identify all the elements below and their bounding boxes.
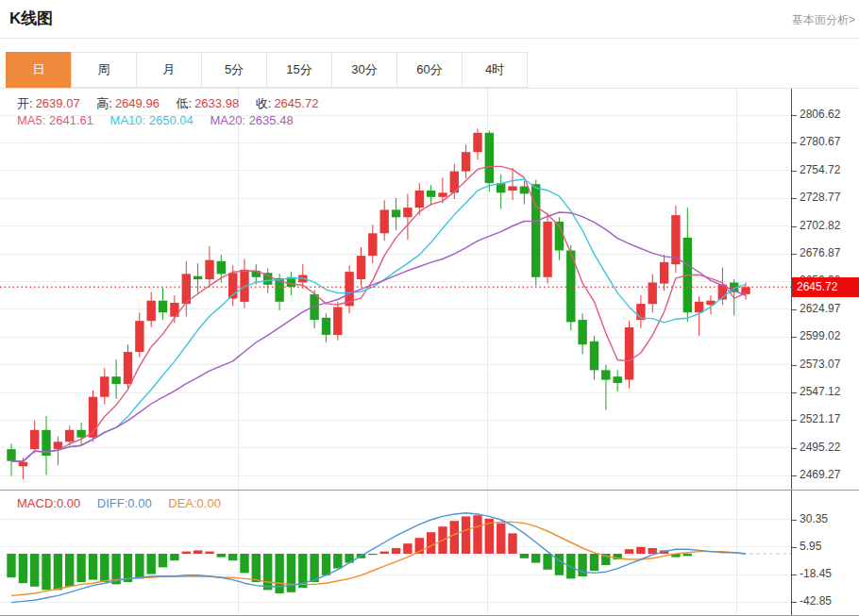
macd-tick-tick — [792, 547, 797, 548]
price-tick-label: 2547.12 — [800, 385, 840, 398]
current-price-badge: 2645.72 — [792, 277, 859, 297]
tab-4时[interactable]: 4时 — [462, 52, 528, 88]
price-tick-label: 2806.62 — [800, 108, 840, 121]
price-axis: 2806.622780.672754.722728.772702.822676.… — [791, 89, 859, 616]
macd-tick-label: 30.35 — [800, 512, 828, 525]
open-label: 开: — [17, 96, 33, 110]
price-tick-tick — [792, 365, 797, 366]
tab-60分[interactable]: 60分 — [396, 52, 463, 88]
macd-tick-label: 5.95 — [800, 540, 821, 553]
price-tick-label: 2495.22 — [800, 441, 840, 454]
candlestick-chart — [0, 89, 791, 490]
tab-周[interactable]: 周 — [71, 52, 137, 88]
interval-tabs: 日周月5分15分30分60分4时 — [6, 52, 528, 88]
price-tick-label: 2780.67 — [800, 135, 840, 148]
diff-value: 0.00 — [127, 496, 151, 510]
ma5-value: 2641.61 — [49, 113, 93, 127]
price-tick-label: 2573.07 — [800, 358, 840, 371]
ma20-label: MA20: — [210, 113, 245, 127]
dea-label: DEA: — [168, 496, 196, 510]
price-tick-label: 2754.72 — [800, 163, 840, 176]
macd-tick-tick — [792, 602, 797, 603]
ma10-label: MA10: — [110, 113, 146, 127]
ma20-value: 2635.48 — [249, 113, 294, 127]
price-tick-label: 2521.17 — [800, 412, 840, 425]
ma5-label: MA5: — [17, 113, 45, 127]
diff-label: DIFF: — [97, 496, 128, 510]
macd-value: 0.00 — [57, 496, 80, 510]
price-tick-tick — [792, 475, 797, 476]
tab-15分[interactable]: 15分 — [266, 52, 332, 88]
chart-area: 2806.622780.672754.722728.772702.822676.… — [0, 88, 859, 616]
macd-legend-row: MACD:0.00 DIFF:0.00 DEA:0.00 — [17, 496, 221, 510]
close-value: 2645.72 — [274, 96, 318, 110]
widget-header: K线图 基本面分析> — [0, 0, 859, 38]
price-tick-tick — [792, 448, 797, 449]
price-tick-tick — [792, 420, 797, 421]
close-label: 收: — [256, 96, 272, 110]
fundamental-analysis-link[interactable]: 基本面分析> — [792, 12, 855, 28]
price-tick-tick — [792, 337, 797, 338]
macd-tick-label: -42.85 — [800, 594, 832, 608]
header-divider — [0, 38, 859, 39]
dea-value: 0.00 — [197, 496, 221, 510]
price-tick-label: 2469.27 — [800, 468, 840, 481]
price-tick-tick — [792, 198, 797, 199]
price-tick-tick — [792, 226, 797, 227]
price-tick-label: 2599.02 — [800, 329, 840, 342]
price-tick-label: 2624.97 — [800, 302, 840, 315]
price-tick-label: 2702.82 — [800, 219, 840, 232]
price-tick-tick — [792, 254, 797, 255]
tab-30分[interactable]: 30分 — [331, 52, 397, 88]
price-tick-tick — [792, 392, 797, 393]
tab-日[interactable]: 日 — [6, 52, 72, 88]
ma-legend-row: MA5: 2641.61 MA10: 2650.04 MA20: 2635.48 — [17, 113, 307, 127]
price-tick-tick — [792, 309, 797, 310]
tab-月[interactable]: 月 — [136, 52, 202, 88]
page-title: K线图 — [9, 8, 53, 29]
high-value: 2649.96 — [115, 96, 160, 110]
macd-tick-tick — [792, 520, 797, 521]
price-tick-tick — [792, 171, 797, 172]
open-value: 2639.07 — [36, 96, 80, 110]
ohlc-row: 开:2639.07 高:2649.96 低:2633.98 收:2645.72 — [17, 95, 318, 112]
price-tick-label: 2676.87 — [800, 246, 840, 259]
low-value: 2633.98 — [194, 96, 239, 110]
low-label: 低: — [177, 96, 193, 110]
price-tick-tick — [792, 142, 797, 143]
macd-label: MACD: — [17, 496, 57, 510]
macd-tick-label: -18.45 — [800, 567, 832, 580]
price-tick-tick — [792, 115, 797, 116]
panel-separator — [0, 490, 859, 491]
ma10-value: 2650.04 — [149, 113, 194, 127]
tab-5分[interactable]: 5分 — [201, 52, 267, 88]
price-tick-label: 2728.77 — [800, 191, 840, 204]
high-label: 高: — [96, 96, 112, 110]
macd-tick-tick — [792, 574, 797, 575]
